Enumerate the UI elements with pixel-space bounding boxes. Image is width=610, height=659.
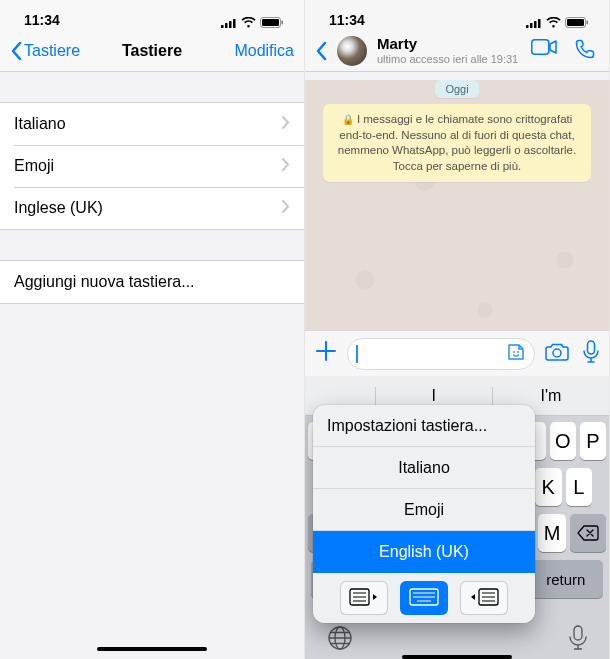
dictation-button[interactable]	[569, 625, 587, 654]
svg-rect-14	[532, 40, 549, 55]
keyboard-row-label: Inglese (UK)	[14, 199, 103, 217]
keyboard-full-icon	[409, 588, 439, 608]
keyboard-dock-left-icon	[349, 588, 379, 608]
lock-icon: 🔒	[342, 114, 354, 125]
suggestion[interactable]: I'm	[492, 387, 609, 405]
chevron-left-icon	[315, 41, 327, 61]
date-separator: Oggi	[435, 80, 478, 98]
keyboard-dock-right-icon	[469, 588, 499, 608]
svg-point-17	[553, 349, 561, 357]
attach-button[interactable]	[311, 338, 341, 369]
nav-bar: Tastiere Tastiere Modifica	[0, 30, 304, 72]
sticker-button[interactable]	[506, 342, 526, 365]
return-key[interactable]: return	[529, 560, 603, 598]
globe-icon	[327, 625, 353, 651]
dock-full-button[interactable]	[400, 581, 448, 615]
svg-rect-9	[534, 21, 537, 28]
svg-rect-6	[282, 21, 284, 25]
svg-rect-13	[587, 21, 589, 25]
edit-button[interactable]: Modifica	[234, 42, 294, 60]
home-indicator[interactable]	[97, 647, 207, 651]
svg-rect-0	[221, 25, 224, 28]
keyboard-settings-item[interactable]: Impostazioni tastiera...	[313, 405, 535, 447]
language-option-selected[interactable]: English (UK)	[313, 531, 535, 573]
add-keyboard-button[interactable]: Aggiungi nuova tastiera...	[0, 261, 304, 303]
add-keyboard-label: Aggiungi nuova tastiera...	[14, 273, 195, 291]
svg-point-15	[513, 351, 515, 353]
status-bar: 11:34	[305, 0, 609, 30]
whatsapp-chat-screen: 11:34 Marty ultimo accesso ieri alle 19:…	[305, 0, 610, 659]
svg-rect-2	[229, 21, 232, 28]
encryption-notice[interactable]: 🔒 I messaggi e le chiamate sono crittogr…	[323, 104, 591, 182]
message-input-bar	[305, 330, 609, 376]
dock-right-button[interactable]	[460, 581, 508, 615]
back-label: Tastiere	[24, 42, 80, 60]
key-l[interactable]: L	[566, 468, 592, 506]
status-bar: 11:34	[0, 0, 304, 30]
back-button[interactable]	[315, 41, 327, 61]
status-time: 11:34	[329, 12, 365, 28]
svg-rect-21	[574, 626, 582, 640]
settings-screen: 11:34 Tastiere Tastiere Modifica Italian…	[0, 0, 305, 659]
home-indicator[interactable]	[402, 655, 512, 659]
installed-keyboards-group: Italiano Emoji Inglese (UK)	[0, 102, 304, 230]
camera-button[interactable]	[541, 342, 573, 365]
text-caret	[356, 345, 358, 363]
wifi-icon	[546, 17, 561, 28]
back-button[interactable]: Tastiere	[10, 41, 80, 61]
language-option[interactable]: Emoji	[313, 489, 535, 531]
svg-rect-10	[538, 19, 541, 28]
svg-rect-1	[225, 23, 228, 28]
svg-rect-12	[567, 19, 584, 26]
globe-button[interactable]	[327, 625, 353, 654]
svg-rect-5	[262, 19, 279, 26]
camera-icon	[545, 342, 569, 362]
cellular-icon	[221, 18, 237, 28]
plus-icon	[315, 340, 337, 362]
keyboard-row-label: Italiano	[14, 115, 66, 133]
keyboard-row[interactable]: Emoji	[0, 145, 304, 187]
backspace-key[interactable]	[570, 514, 606, 552]
key-p[interactable]: P	[580, 422, 606, 460]
phone-icon	[575, 39, 595, 59]
svg-rect-3	[233, 19, 236, 28]
mic-icon	[583, 340, 599, 364]
keyboard-bottom-bar	[305, 623, 609, 659]
svg-rect-8	[530, 23, 533, 28]
battery-icon	[565, 17, 589, 28]
dock-left-button[interactable]	[340, 581, 388, 615]
messages-area[interactable]: Oggi 🔒 I messaggi e le chiamate sono cri…	[305, 80, 609, 376]
mic-button[interactable]	[579, 340, 603, 367]
keyboard-row[interactable]: Inglese (UK)	[0, 187, 304, 229]
sticker-icon	[506, 342, 526, 362]
add-keyboard-group: Aggiungi nuova tastiera...	[0, 260, 304, 304]
mic-icon	[569, 625, 587, 651]
wifi-icon	[241, 17, 256, 28]
message-input[interactable]	[347, 338, 535, 370]
backspace-icon	[577, 525, 599, 541]
video-call-button[interactable]	[531, 39, 557, 62]
chevron-left-icon	[10, 41, 22, 61]
battery-icon	[260, 17, 284, 28]
keyboard-language-popup: Impostazioni tastiera... Italiano Emoji …	[313, 405, 535, 623]
status-icons	[526, 17, 589, 28]
key-o[interactable]: O	[550, 422, 576, 460]
svg-point-16	[517, 351, 519, 353]
chat-header: Marty ultimo accesso ieri alle 19:31	[305, 30, 609, 72]
chevron-right-icon	[282, 115, 290, 133]
key-m[interactable]: M	[538, 514, 566, 552]
cellular-icon	[526, 18, 542, 28]
chevron-right-icon	[282, 199, 290, 217]
keyboard-dock-options	[313, 573, 535, 623]
avatar[interactable]	[337, 36, 367, 66]
language-option[interactable]: Italiano	[313, 447, 535, 489]
key-k[interactable]: K	[535, 468, 561, 506]
voice-call-button[interactable]	[575, 39, 595, 62]
last-seen-label: ultimo accesso ieri alle 19:31	[377, 53, 521, 65]
keyboard-row[interactable]: Italiano	[0, 103, 304, 145]
contact-info[interactable]: Marty ultimo accesso ieri alle 19:31	[377, 36, 521, 65]
status-icons	[221, 17, 284, 28]
contact-name: Marty	[377, 36, 521, 53]
encryption-text: I messaggi e le chiamate sono crittograf…	[338, 113, 576, 172]
suggestion[interactable]: I	[375, 387, 492, 405]
